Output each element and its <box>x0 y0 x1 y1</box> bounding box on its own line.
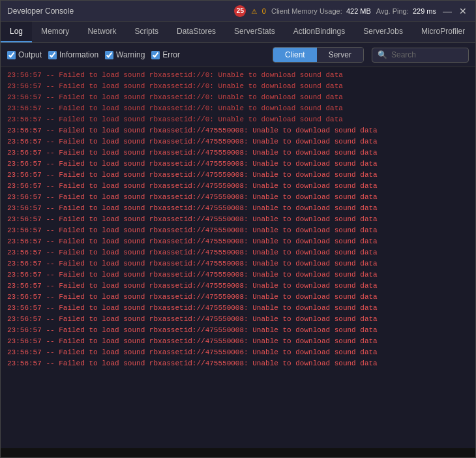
log-line: 23:56:57 -- Failed to load sound rbxasse… <box>1 325 475 336</box>
server-button[interactable]: Server <box>317 48 363 62</box>
log-line: 23:56:57 -- Failed to load sound rbxasse… <box>1 281 475 292</box>
log-line: 23:56:57 -- Failed to load sound rbxasse… <box>1 181 475 192</box>
output-label: Output <box>18 50 42 59</box>
tab-microprofiler[interactable]: MicroProfiler <box>412 22 474 42</box>
filter-checkboxes: Output Information Warning Error <box>7 50 180 59</box>
warning-count: 0 <box>262 7 266 15</box>
ping-value: 229 ms <box>413 7 436 15</box>
log-line: 23:56:57 -- Failed to load sound rbxasse… <box>1 358 475 369</box>
log-line: 23:56:57 -- Failed to load sound rbxasse… <box>1 147 475 159</box>
log-line: 23:56:57 -- Failed to load sound rbxasse… <box>1 70 475 81</box>
client-button[interactable]: Client <box>273 48 317 62</box>
log-line: 23:56:57 -- Failed to load sound rbxasse… <box>1 258 475 269</box>
error-count-badge: 25 <box>234 5 246 17</box>
close-button[interactable]: ✕ <box>457 6 469 16</box>
tab-actionbindings[interactable]: ActionBindings <box>284 22 354 42</box>
log-line: 23:56:57 -- Failed to load sound rbxasse… <box>1 314 475 325</box>
search-icon: 🔍 <box>378 50 387 60</box>
log-line: 23:56:57 -- Failed to load sound rbxasse… <box>1 347 475 358</box>
tab-datastores[interactable]: DataStores <box>168 22 225 42</box>
log-line: 23:56:57 -- Failed to load sound rbxasse… <box>1 303 475 314</box>
warning-checkbox-input[interactable] <box>105 51 113 59</box>
client-server-toggle: Client Server <box>273 47 364 63</box>
window-title: Developer Console <box>7 7 229 16</box>
log-line: 23:56:57 -- Failed to load sound rbxasse… <box>1 292 475 303</box>
warning-label: Warning <box>116 50 145 59</box>
ping-label: Avg. Ping: <box>376 7 409 15</box>
search-input[interactable] <box>391 50 463 59</box>
memory-label: Client Memory Usage: <box>271 7 342 15</box>
error-checkbox[interactable]: Error <box>151 50 180 59</box>
memory-value: 422 MB <box>346 7 371 15</box>
tab-serverjobs[interactable]: ServerJobs <box>354 22 412 42</box>
search-box: 🔍 <box>372 48 469 63</box>
log-line: 23:56:57 -- Failed to load sound rbxasse… <box>1 203 475 214</box>
ping-info: Avg. Ping: 229 ms <box>376 7 436 15</box>
warning-checkbox[interactable]: Warning <box>105 50 145 59</box>
memory-usage: Client Memory Usage: 422 MB <box>271 7 371 15</box>
information-checkbox-input[interactable] <box>48 51 57 59</box>
tab-serverstats[interactable]: ServerStats <box>225 22 284 42</box>
log-line: 23:56:57 -- Failed to load sound rbxasse… <box>1 214 475 225</box>
toolbar: Output Information Warning Error Client … <box>1 43 475 67</box>
log-line: 23:56:57 -- Failed to load sound rbxasse… <box>1 192 475 203</box>
log-line: 23:56:57 -- Failed to load sound rbxasse… <box>1 114 475 125</box>
log-line: 23:56:57 -- Failed to load sound rbxasse… <box>1 159 475 170</box>
output-checkbox-input[interactable] <box>7 51 16 59</box>
bottom-bar <box>1 448 475 457</box>
log-line: 23:56:57 -- Failed to load sound rbxasse… <box>1 170 475 181</box>
error-checkbox-input[interactable] <box>151 51 160 59</box>
log-line: 23:56:57 -- Failed to load sound rbxasse… <box>1 136 475 147</box>
output-checkbox[interactable]: Output <box>7 50 42 59</box>
tab-scripts[interactable]: Scripts <box>125 22 168 42</box>
error-label: Error <box>162 50 180 59</box>
tab-log[interactable]: Log <box>1 22 32 42</box>
window-controls: — ✕ <box>441 6 469 16</box>
log-line: 23:56:57 -- Failed to load sound rbxasse… <box>1 269 475 281</box>
log-line: 23:56:57 -- Failed to load sound rbxasse… <box>1 236 475 247</box>
log-line: 23:56:57 -- Failed to load sound rbxasse… <box>1 247 475 258</box>
information-label: Information <box>59 50 98 59</box>
warning-icon: ⚠ <box>251 5 256 16</box>
log-line: 23:56:57 -- Failed to load sound rbxasse… <box>1 103 475 114</box>
information-checkbox[interactable]: Information <box>48 50 98 59</box>
minimize-button[interactable]: — <box>441 6 453 16</box>
log-line: 23:56:57 -- Failed to load sound rbxasse… <box>1 125 475 136</box>
log-line: 23:56:57 -- Failed to load sound rbxasse… <box>1 81 475 92</box>
tab-network[interactable]: Network <box>78 22 125 42</box>
log-area[interactable]: 23:56:57 -- Failed to load sound rbxasse… <box>1 67 475 448</box>
nav-tabs: Log Memory Network Scripts DataStores Se… <box>1 22 475 43</box>
developer-console-window: Developer Console 25 ⚠ 0 Client Memory U… <box>0 0 476 458</box>
tab-memory[interactable]: Memory <box>32 22 78 42</box>
log-line: 23:56:57 -- Failed to load sound rbxasse… <box>1 336 475 347</box>
log-line: 23:56:57 -- Failed to load sound rbxasse… <box>1 92 475 103</box>
log-line: 23:56:57 -- Failed to load sound rbxasse… <box>1 225 475 236</box>
title-bar: Developer Console 25 ⚠ 0 Client Memory U… <box>1 1 475 22</box>
